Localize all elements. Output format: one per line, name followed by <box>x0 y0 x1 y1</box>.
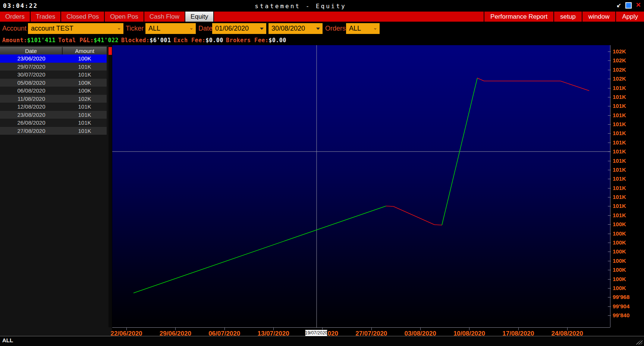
y-tick-label: 102K <box>613 49 626 54</box>
menu-item-performance-report[interactable]: Performance Report <box>484 12 553 22</box>
table-row[interactable]: 12/08/2020101K <box>0 103 107 111</box>
y-axis-line <box>610 45 610 327</box>
chevron-down-icon: ⌄ <box>189 25 194 31</box>
y-tick-label: 100K <box>613 231 626 237</box>
maximize-icon[interactable] <box>625 2 632 9</box>
menu-item-window[interactable]: window <box>582 12 616 22</box>
account-select[interactable]: account TEST ⌄ <box>28 23 123 34</box>
y-tick <box>608 243 611 243</box>
summary-label-blocked-: Blocked: <box>121 37 150 44</box>
equity-line-segment-down <box>434 225 442 225</box>
cell-date: 12/08/2020 <box>0 103 63 111</box>
summary-value-brokers-fee-: $0.00 <box>268 37 286 44</box>
account-label: Account <box>2 22 26 35</box>
tab-cash-flow[interactable]: Cash Flow <box>144 12 185 22</box>
date-from-select[interactable]: 01/06/2020 <box>212 23 266 34</box>
summary-label-total-p-l-: Total P&L: <box>58 37 94 44</box>
tab-open-pos[interactable]: Open Pos <box>105 12 144 22</box>
cell-date: 27/08/2020 <box>0 127 63 135</box>
column-header-date[interactable]: Date <box>0 47 63 54</box>
tab-equity[interactable]: Equity <box>185 12 214 22</box>
table-row[interactable]: 23/06/2020100K <box>0 54 107 63</box>
y-tick <box>608 288 611 289</box>
app-window: 03:04:22 statement - Equity ↙ ✕ OrdersTr… <box>0 0 644 346</box>
chevron-down-icon: ⌄ <box>373 25 377 31</box>
table-body: 23/06/2020100K29/07/2020101K30/07/202010… <box>0 54 107 135</box>
equity-line-segment-down <box>386 206 393 206</box>
cell-date: 26/08/2020 <box>0 119 63 127</box>
y-tick <box>608 179 611 179</box>
y-tick-label: 101K <box>613 130 626 136</box>
y-tick-label: 101K <box>613 121 626 127</box>
cell-date: 06/08/2020 <box>0 87 63 95</box>
y-tick <box>608 115 611 116</box>
resize-grip-icon[interactable] <box>635 339 643 345</box>
menu-item-apply[interactable]: Apply <box>615 12 644 22</box>
y-tick <box>608 261 611 261</box>
y-tick-label: 101K <box>613 140 626 146</box>
window-controls: ↙ ✕ <box>616 2 641 9</box>
summary-label-amount-: Amount: <box>2 37 27 44</box>
table-row[interactable]: 23/08/2020101K <box>0 111 107 119</box>
cell-date: 11/08/2020 <box>0 95 63 103</box>
y-tick <box>608 279 611 280</box>
y-tick-label: 101K <box>613 103 626 109</box>
cell-amount: 101K <box>63 127 107 135</box>
menu-right-items: Performance ReportsetupwindowApply <box>484 12 644 22</box>
account-summary-row: Amount:$101'411Total P&L:$41'022Blocked:… <box>0 35 644 45</box>
y-tick-label: 101K <box>613 194 626 200</box>
y-tick-label: 99'968 <box>613 294 629 300</box>
dropdown-arrow-icon <box>260 28 264 30</box>
table-row[interactable]: 30/07/2020101K <box>0 71 107 79</box>
y-tick-label: 101K <box>613 158 626 164</box>
tab-closed-pos[interactable]: Closed Pos <box>61 12 105 22</box>
tab-orders[interactable]: Orders <box>0 12 31 22</box>
y-tick-label: 100K <box>613 221 626 227</box>
table-row[interactable]: 26/08/2020101K <box>0 119 107 127</box>
cell-amount: 101K <box>63 111 107 119</box>
tab-strip: OrdersTradesClosed PosOpen PosCash FlowE… <box>0 12 214 22</box>
chevron-down-icon: ⌄ <box>117 25 121 31</box>
ticker-select[interactable]: ALL ⌄ <box>145 23 196 34</box>
y-tick <box>608 143 611 143</box>
column-header-amount[interactable]: Amount <box>63 47 107 54</box>
cell-amount: 101K <box>63 119 107 127</box>
clock: 03:04:22 <box>3 2 38 9</box>
table-row[interactable]: 27/08/2020101K <box>0 127 107 135</box>
menu-item-setup[interactable]: setup <box>553 12 582 22</box>
cell-date: 29/07/2020 <box>0 63 63 71</box>
scrollbar-thumb[interactable] <box>109 47 112 55</box>
cell-amount: 101K <box>63 63 107 71</box>
y-tick <box>608 206 611 206</box>
summary-label-brokers-fee-: Brokers Fee: <box>226 37 268 44</box>
orders-label: Orders <box>325 22 346 35</box>
y-tick-label: 101K <box>613 176 626 182</box>
summary-value-blocked-: $6'001 <box>150 37 171 44</box>
equity-line-segment-down <box>560 81 589 91</box>
y-tick <box>608 106 611 106</box>
table-scrollbar[interactable] <box>109 45 112 327</box>
y-tick-label: 99'840 <box>613 312 629 318</box>
bottom-status-text: ALL <box>2 337 13 343</box>
tab-trades[interactable]: Trades <box>31 12 61 22</box>
equity-chart[interactable] <box>112 45 610 327</box>
equity-line-segment-up <box>133 206 386 293</box>
y-tick <box>608 133 611 134</box>
y-tick <box>608 234 611 234</box>
y-tick <box>608 70 611 70</box>
close-icon[interactable]: ✕ <box>636 2 641 9</box>
y-tick-label: 101K <box>613 212 626 218</box>
minimize-icon[interactable]: ↙ <box>616 2 621 9</box>
orders-select[interactable]: ALL ⌄ <box>346 23 380 34</box>
x-axis-line <box>112 327 610 328</box>
table-row[interactable]: 11/08/2020102K <box>0 95 107 103</box>
table-header: Date Amount <box>0 47 107 54</box>
table-row[interactable]: 06/08/2020100K <box>0 87 107 95</box>
table-row[interactable]: 29/07/2020101K <box>0 63 107 71</box>
date-to-select[interactable]: 30/08/2020 <box>268 23 323 34</box>
cell-date: 23/08/2020 <box>0 111 63 119</box>
table-row[interactable]: 05/08/2020100K <box>0 79 107 87</box>
cell-amount: 101K <box>63 71 107 79</box>
y-tick-label: 101K <box>613 167 626 173</box>
y-tick-label: 101K <box>613 185 626 191</box>
